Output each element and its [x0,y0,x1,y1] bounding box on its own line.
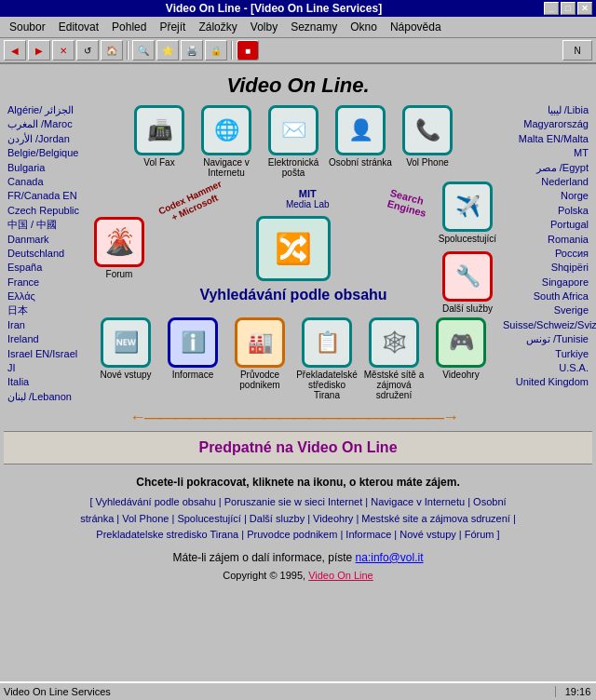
navigace-icon-box: 🌐 [201,105,251,155]
link-lebanon[interactable]: لبنان /Lebanon [7,390,84,404]
title-bar: Video On Line - [Video On Line Services]… [0,0,596,17]
toolbar-separator-2 [231,41,233,60]
nove-vstupy-icon-item[interactable]: 🆕 Nové vstupy [94,317,157,400]
link-polska[interactable]: Polska [503,204,589,218]
link-singapore[interactable]: Singapore [503,276,589,289]
search-center-icon[interactable]: 🔀 [256,216,331,281]
print-button[interactable]: 🖨️ [181,40,203,61]
home-button[interactable]: 🏠 [101,40,123,61]
forum-label: Forum [106,269,133,279]
link-italia[interactable]: Italia [7,375,84,389]
link-china[interactable]: 中国 / 中國 [7,218,84,232]
menu-okno[interactable]: Okno [345,19,383,35]
link-norge[interactable]: Norge [503,189,589,203]
extra-button[interactable]: N [562,40,592,61]
email-link[interactable]: na:info@vol.it [356,551,424,564]
volfax-label: Vol Fax [143,157,174,168]
subscribe-section: Predpatné na Video On Line [4,431,592,464]
pruvodce-icon-box: 🏭 [235,317,285,368]
link-ellas[interactable]: Ελλάς [7,289,84,303]
link-iran[interactable]: Iran [7,318,84,332]
menu-soubor[interactable]: Soubor [4,19,51,35]
pruvodce-icon-item[interactable]: 🏭 Průvodce podnikem [228,317,291,400]
volphone-label: Vol Phone [406,157,449,168]
arrow-decoration: ←————————————————————→ [129,408,457,427]
mestske-icon-item[interactable]: 🕸️ Městské sítě a zájmová sdružení [362,317,426,400]
back-button[interactable]: ◀ [4,40,26,61]
link-tunisie[interactable]: تونس /Tunisie [503,332,589,346]
link-canada-fr[interactable]: Canada FR/Canada EN [7,175,84,204]
link-shqiperi[interactable]: Shqipëri [503,261,589,275]
link-algerie[interactable]: Algérie/ الجزائر [7,103,84,117]
link-suisse[interactable]: Suisse/Schweiz/Svizzera [503,318,589,332]
videohry-icon-item[interactable]: 🎮 Videohry [429,317,493,400]
link-turkiye[interactable]: Turkiye [503,347,589,361]
navigace-icon-item[interactable]: 🌐 Navigace v Internetu [195,105,258,178]
informace-icon-item[interactable]: ℹ️ Informace [161,317,224,400]
status-text: Video On Line Services [4,686,555,697]
link-jordan[interactable]: الأردن /Jordan [7,132,84,146]
link-czech[interactable]: Czech Republic [7,204,84,218]
link-bulgaria[interactable]: Bulgaria [7,161,84,175]
link-denmark[interactable]: Danmark [7,233,84,247]
menu-pohled[interactable]: Pohled [106,19,152,35]
menu-editovat[interactable]: Editovat [53,19,104,35]
link-espana[interactable]: España [7,261,84,275]
search-engines-label: SearchEngines [386,187,431,219]
email-label: Máte-li zájem o dalí informace, píste [173,551,353,564]
link-south-africa[interactable]: South Africa [503,289,589,303]
top-icon-grid: 📠 Vol Fax 🌐 Navigace v Internetu ✉️ Elek… [128,105,459,178]
right-column: ليبيا /Libia Magyarország Malta EN/Malta… [499,101,592,431]
menu-zalozky[interactable]: Záložky [193,19,242,35]
nove-vstupy-label: Nové vstupy [100,370,151,380]
link-nederland[interactable]: Nederland [503,175,589,189]
link-maroc[interactable]: المغرب /Maroc [7,117,84,131]
security-button[interactable]: 🔒 [205,40,227,61]
link-israel[interactable]: Israel EN/Israel JI [7,347,84,376]
link-romania[interactable]: Romania [503,233,589,247]
link-magyarorszag[interactable]: Magyarország [503,117,589,131]
link-malta[interactable]: Malta EN/Malta MT [503,132,589,161]
link-ireland[interactable]: Ireland [7,332,84,346]
spolucestujici-icon-item[interactable]: ✈️ Spolucestující [436,182,499,244]
page-title: Video On Line. [226,74,369,98]
stop-button[interactable]: ✕ [52,40,74,61]
prekladatelske-icon-item[interactable]: 📋 Překladatelské středisko Tirana [295,317,359,400]
link-russia[interactable]: Россия [503,247,589,261]
volfax-icon-box: 📠 [134,105,184,155]
menu-seznamy[interactable]: Seznamy [285,19,343,35]
menu-napoveda[interactable]: Nápověda [385,19,447,35]
menu-prejit[interactable]: Přejít [154,19,191,35]
link-portugal[interactable]: Portugal [503,218,589,232]
bookmarks-button[interactable]: ⭐ [156,40,179,61]
forward-button[interactable]: ▶ [28,40,50,61]
link-france[interactable]: France [7,276,84,289]
forum-icon-item[interactable]: 🌋 Forum [88,217,151,279]
link-sverige[interactable]: Sverige [503,303,589,317]
close-button[interactable]: ✕ [577,2,592,15]
volphone-icon-item[interactable]: 📞 Vol Phone [396,105,459,178]
navigace-label: Navigace v Internetu [195,157,258,178]
media-label: Media Lab [286,199,330,209]
link-belgique[interactable]: Belgie/Belgique [7,146,84,160]
email-label: Elektronická pošta [262,157,325,178]
dalsi-icon-item[interactable]: 🔧 Další služby [436,251,499,314]
menu-volby[interactable]: Volby [245,19,283,35]
link-uk[interactable]: United Kingdom [503,375,589,389]
reload-button[interactable]: ↺ [76,40,99,61]
osobni-icon-box: 👤 [335,105,386,155]
minimize-button[interactable]: _ [544,2,559,15]
maximize-button[interactable]: □ [561,2,576,15]
link-egypt[interactable]: مصر /Egypt [503,161,589,175]
volfax-icon-item[interactable]: 📠 Vol Fax [128,105,191,178]
link-usa[interactable]: U.S.A. [503,361,589,375]
copyright-link[interactable]: Video On Line [308,570,373,581]
subscribe-title: Predpatné na Video On Line [4,439,592,456]
search-button[interactable]: 🔍 [132,40,155,61]
link-libia[interactable]: ليبيا /Libia [503,103,589,117]
osobni-icon-item[interactable]: 👤 Osobní stránka [329,105,392,178]
help-button[interactable]: ■ [237,40,259,61]
link-japan[interactable]: 日本 [7,303,84,317]
email-icon-item[interactable]: ✉️ Elektronická pošta [262,105,325,178]
link-deutschland[interactable]: Deutschland [7,247,84,261]
